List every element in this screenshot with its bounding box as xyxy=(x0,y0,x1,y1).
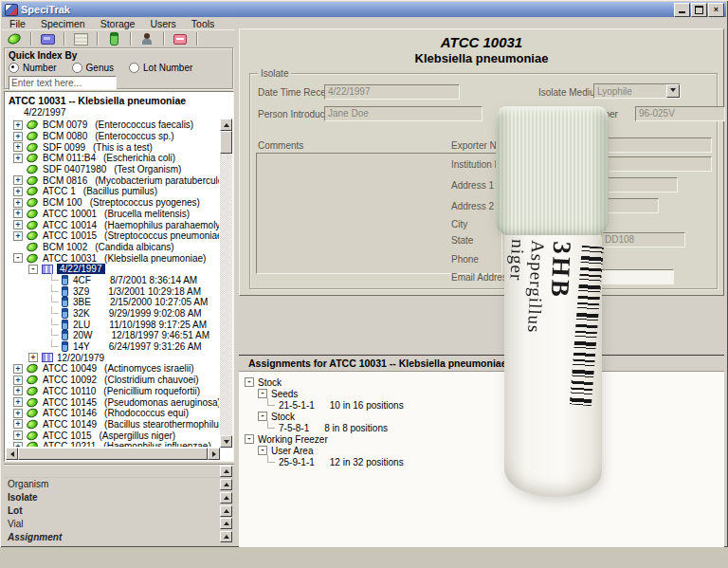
shortcut-row[interactable]: Vial xyxy=(4,517,234,530)
menu-file[interactable]: File xyxy=(2,18,33,29)
expand-toggle-icon[interactable]: + xyxy=(13,120,23,130)
tree-row-organism[interactable]: + ATCC 10145 (Pseudomonas aeruginosa) xyxy=(6,396,219,408)
tree-row-organism[interactable]: BCM 1002 (Candida albicans) xyxy=(6,242,219,253)
assignment-row[interactable]: 7-5-8-1 8 in 8 positions xyxy=(239,422,724,433)
tree-row-organism[interactable]: + ATCC 10049 (Actinomyces israelii) xyxy=(6,363,219,375)
expand-toggle-icon[interactable]: + xyxy=(13,175,23,185)
spin-up-button[interactable] xyxy=(220,479,232,490)
radio-button-icon[interactable] xyxy=(9,63,19,73)
organism-tree[interactable]: + BCM 0079 (Enterococcus faecalis) + BCM… xyxy=(6,119,219,447)
menu-specimen[interactable]: Specimen xyxy=(33,18,93,29)
date-time-received-field[interactable]: 4/22/1997 xyxy=(324,84,460,100)
expand-toggle-icon[interactable]: + xyxy=(13,132,23,141)
tree-row-organism[interactable]: + ATCC 1015 (Aspergillus niger) xyxy=(6,430,219,441)
isolate-medium-dropdown[interactable]: Lyophile xyxy=(593,83,681,99)
tree-row-organism[interactable]: + ATCC 10014 (Haemophilus parahaemolytic… xyxy=(6,219,219,230)
menu-users[interactable]: Users xyxy=(142,18,183,29)
scroll-left-button[interactable] xyxy=(6,448,18,460)
tree-vertical-scrollbar[interactable] xyxy=(220,119,232,448)
expand-toggle-icon[interactable]: + xyxy=(13,364,23,374)
title-bar[interactable]: SpeciTrak × xyxy=(2,2,726,17)
expand-toggle-icon[interactable]: + xyxy=(13,442,23,447)
shortcut-row[interactable]: Isolate xyxy=(4,491,234,504)
collapse-toggle-icon[interactable]: - xyxy=(28,265,38,274)
assignment-row[interactable]: - Working Freezer xyxy=(239,433,724,445)
expand-toggle-icon[interactable]: + xyxy=(28,353,38,362)
radio-button-icon[interactable] xyxy=(72,63,82,73)
tree-row-vial[interactable]: 20W 12/18/1997 9:46:51 AM xyxy=(6,330,219,341)
expand-toggle-icon[interactable]: + xyxy=(13,419,23,429)
tree-row-organism[interactable]: + ATCC 10211 (Haemophilus influenzae) xyxy=(6,441,219,447)
chevron-down-icon[interactable] xyxy=(666,84,680,98)
horizontal-scroll-thumb[interactable] xyxy=(18,448,208,460)
tree-row-organism[interactable]: - ATCC 10031 (Klebsiella pneumoniae) xyxy=(6,252,219,264)
radio-genus[interactable]: Genus xyxy=(72,63,114,73)
tree-row-organism[interactable]: + ATCC 10001 (Brucella melitensis) xyxy=(6,209,219,220)
tree-row-organism[interactable]: + BCM 0816 (Mycobacterium paratuberculos… xyxy=(6,174,219,186)
expand-toggle-icon[interactable]: + xyxy=(13,154,23,163)
spin-up-button[interactable] xyxy=(220,492,232,504)
assignment-row[interactable]: - Seeds xyxy=(239,388,724,399)
radio-lot-number[interactable]: Lot Number xyxy=(129,63,192,73)
storage-toolbar-button[interactable] xyxy=(68,31,93,46)
manufacturer-lot-number-field[interactable]: 96-025V xyxy=(635,106,725,121)
tree-row-vial[interactable]: 32K 9/29/1999 9:02:08 AM xyxy=(6,308,219,320)
collapse-toggle-icon[interactable]: - xyxy=(258,412,267,421)
spin-up-button[interactable] xyxy=(220,505,232,517)
assignment-row[interactable]: - User Area xyxy=(239,445,724,456)
tree-row-vial[interactable]: 14Y 6/24/1997 9:31:26 AM xyxy=(6,341,219,353)
tree-row-organism[interactable]: SDF 04071980 (Test Organism) xyxy=(6,164,219,175)
tree-row-organism[interactable]: + ATCC 10146 (Rhodococcus equi) xyxy=(6,408,219,419)
expand-toggle-icon[interactable]: + xyxy=(13,397,23,407)
expand-toggle-icon[interactable]: + xyxy=(13,209,23,218)
tree-row-organism[interactable]: + BCM 011:B4 (Escherichia coli) xyxy=(6,153,219,164)
expand-toggle-icon[interactable]: + xyxy=(13,376,23,385)
collapse-toggle-icon[interactable]: - xyxy=(245,377,254,387)
tree-row-organism[interactable]: + BCM 100 (Streptococcus pyogenes) xyxy=(6,197,219,209)
tree-row-organism[interactable]: + SDF 0099 (This is a test) xyxy=(6,141,219,153)
exporter-name-field[interactable] xyxy=(601,137,712,153)
radio-number[interactable]: Number xyxy=(9,63,57,73)
shortcut-row[interactable]: Lot xyxy=(4,504,234,518)
collapse-toggle-icon[interactable]: - xyxy=(245,434,254,444)
scroll-down-button[interactable] xyxy=(220,435,232,448)
scroll-up-button[interactable] xyxy=(220,466,232,477)
assignment-row[interactable]: 21-5-1-1 10 in 16 positions xyxy=(239,399,724,411)
spin-up-button[interactable] xyxy=(220,531,232,542)
vertical-scroll-thumb[interactable] xyxy=(220,131,232,154)
expand-toggle-icon[interactable]: + xyxy=(13,187,23,196)
tree-row-organism[interactable]: + BCM 0079 (Enterococcus faecalis) xyxy=(6,119,219,131)
tree-row-organism[interactable]: + ATCC 10015 (Streptococcus pneumoniae) xyxy=(6,230,219,242)
expand-toggle-icon[interactable]: + xyxy=(13,431,23,440)
expand-toggle-icon[interactable]: + xyxy=(13,198,23,208)
users-toolbar-button[interactable] xyxy=(135,31,159,46)
assignments-tree[interactable]: - Stock - Seeds 21-5-1-1 10 in 16 positi… xyxy=(239,372,724,467)
tree-row-organism[interactable]: + ATCC 10110 (Penicillium roquefortii) xyxy=(6,386,219,397)
tree-row-vial[interactable]: 3Z9 1/3/2001 10:29:18 AM xyxy=(6,285,219,297)
tree-row-lot[interactable]: + 12/20/1979 xyxy=(6,352,219,363)
expand-toggle-icon[interactable]: + xyxy=(13,409,23,418)
spin-up-button[interactable] xyxy=(220,518,232,529)
scroll-right-button[interactable] xyxy=(208,448,220,460)
minimize-button[interactable] xyxy=(674,3,690,17)
scroll-up-button[interactable] xyxy=(220,119,232,131)
tree-row-organism[interactable]: + ATCC 1 (Bacillus pumilus) xyxy=(6,186,219,197)
restore-button[interactable] xyxy=(691,3,707,17)
menu-storage[interactable]: Storage xyxy=(93,18,143,29)
collapse-toggle-icon[interactable]: - xyxy=(258,389,267,398)
collapse-toggle-icon[interactable]: - xyxy=(258,446,267,455)
tree-row-organism[interactable]: + ATCC 10092 (Clostridium chauvoei) xyxy=(6,375,219,386)
tree-horizontal-scrollbar[interactable] xyxy=(6,448,220,460)
vial-toolbar-button[interactable] xyxy=(101,31,126,46)
assignment-row[interactable]: - Stock xyxy=(239,411,724,422)
expand-toggle-icon[interactable]: + xyxy=(13,386,23,395)
expand-toggle-icon[interactable]: + xyxy=(13,142,23,152)
close-button[interactable]: × xyxy=(708,3,724,17)
quick-index-input[interactable] xyxy=(9,76,117,90)
tree-row-vial[interactable]: 4CF 8/7/2001 8:36:14 AM xyxy=(6,275,219,286)
shortcut-row[interactable]: Organism xyxy=(4,478,234,491)
reports-toolbar-button[interactable] xyxy=(168,31,192,46)
expand-toggle-icon[interactable]: + xyxy=(13,220,23,229)
organism-toolbar-button[interactable] xyxy=(2,31,27,46)
lot-toolbar-button[interactable] xyxy=(35,31,60,46)
